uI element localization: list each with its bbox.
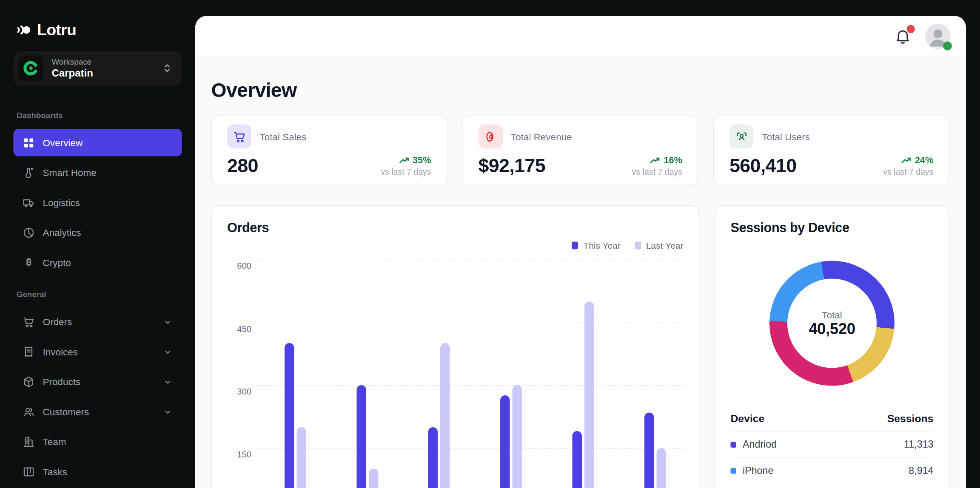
gridline-150 [256,448,684,449]
sidebar-item-crypto[interactable]: Crypto [14,249,182,276]
nav-list-general: OrdersInvoicesProductsCustomersTeamTasks [14,308,182,485]
orders-chart-card: Orders This Year Last Year 600450300150 [211,205,700,488]
bar-this-year-4 [500,396,510,488]
stat-compare: vs last 7 days [381,167,431,177]
stats-row: Total Sales 280 35% vs last 7 days [211,115,950,186]
notifications-button[interactable] [895,28,911,45]
sidebar-item-overview[interactable]: Overview [14,129,182,156]
chevron-down-icon [163,317,173,327]
stat-card-total-revenue: Total Revenue $92,175 16% vs last 7 days [462,115,698,186]
sidebar-item-label: Overview [43,137,83,148]
bar-last-year-2 [369,469,379,488]
sidebar-item-label: Analytics [43,227,81,238]
brand-name: Lotru [37,20,76,39]
sessions-column-header: Sessions [887,413,934,425]
gridline-300 [256,385,684,386]
sidebar-item-smart-home[interactable]: Smart Home [14,159,182,187]
section-label-general: General [17,290,182,299]
topbar [195,16,966,58]
chevron-up-down-icon [162,62,172,74]
sessions-title: Sessions by Device [731,220,934,235]
series-marker [731,442,737,448]
brand: Lotru [14,20,182,39]
sessions-by-device-card: Sessions by Device Total 40,520 Device S… [715,205,949,488]
sidebar-item-label: Crypto [43,257,71,268]
orders-plot: 600450300150 [227,247,684,488]
sidebar-item-products[interactable]: Products [14,368,182,396]
donut-center: Total 40,520 [787,279,877,368]
sidebar-item-label: Invoices [43,346,78,357]
sidebar-item-analytics[interactable]: Analytics [14,219,182,247]
donut-total-value: 40,520 [809,320,855,338]
nav-list-dashboards: OverviewSmart HomeLogisticsAnalyticsCryp… [14,129,182,276]
sidebar-item-label: Tasks [43,466,68,477]
stat-label: Total Users [762,131,810,142]
stat-compare: vs last 7 days [883,167,933,177]
grid-icon [23,136,35,149]
truck-icon [23,196,35,209]
thermometer-icon [23,166,35,179]
series-marker [731,468,737,474]
chevron-down-icon [163,377,173,387]
bar-last-year-6 [656,448,666,488]
sidebar-item-orders[interactable]: Orders [14,308,182,336]
notification-badge [907,25,915,34]
device-column-header: Device [731,413,765,425]
y-tick-label: 600 [227,261,251,271]
stat-card-total-sales: Total Sales 280 35% vs last 7 days [211,115,447,186]
users-icon [23,405,35,418]
users-group-icon [729,125,754,149]
sidebar-item-label: Team [43,436,66,447]
stat-delta: 16% [664,155,682,165]
bar-last-year-3 [441,343,450,488]
bar-this-year-1 [285,343,294,488]
sessions-donut-chart: Total 40,520 [769,261,895,386]
bar-last-year-4 [513,385,522,488]
y-tick-label: 150 [227,450,251,460]
bar-last-year-5 [584,301,594,488]
device-name: iPhone [743,465,773,477]
bitcoin-icon [23,256,35,269]
cart-icon [23,315,35,328]
workspace-text: Workspace Carpatin [52,57,162,79]
main-panel: Overview Total Sales 280 35% vs last [195,16,966,488]
stat-value: 560,410 [729,155,796,177]
trend-up-icon [650,155,661,165]
sidebar: Lotru Workspace Carpatin DashboardsOverv… [0,0,195,488]
stat-card-total-users: Total Users 560,410 24% vs last 7 days [714,115,950,186]
user-avatar[interactable] [925,24,951,49]
bar-this-year-3 [428,427,438,488]
sidebar-item-label: Customers [43,406,89,417]
section-label-dashboards: Dashboards [17,111,182,120]
package-icon [23,375,35,388]
sidebar-item-team[interactable]: Team [14,428,182,456]
device-sessions-table: Device Sessions Andriod11,313iPhone8,914 [731,413,934,484]
stat-delta: 35% [413,155,431,165]
stat-label: Total Sales [260,131,307,142]
bar-this-year-6 [644,412,654,488]
page-title: Overview [211,79,950,102]
workspace-selector[interactable]: Workspace Carpatin [14,51,182,85]
trend-up-icon [901,155,912,165]
dashboard-app: Lotru Workspace Carpatin DashboardsOverv… [0,0,980,488]
lotru-logo-icon [16,22,31,37]
sidebar-item-customers[interactable]: Customers [14,398,182,426]
bar-this-year-2 [356,385,366,488]
workspace-name: Carpatin [52,68,162,79]
gridline-600 [256,260,684,261]
device-row-iphone: iPhone8,914 [731,457,934,484]
receipt-icon [23,345,35,358]
sidebar-item-invoices[interactable]: Invoices [14,338,182,366]
sidebar-item-tasks[interactable]: Tasks [14,458,182,485]
device-row-andriod: Andriod11,313 [731,431,934,457]
online-status-dot [943,42,952,51]
coin-icon [479,125,503,149]
charts-row: Orders This Year Last Year 600450300150 [211,205,950,488]
stat-label: Total Revenue [511,131,572,142]
kanban-icon [23,465,35,478]
orders-title: Orders [227,220,684,235]
cart-icon [227,125,251,149]
bar-this-year-5 [572,431,582,488]
sidebar-item-logistics[interactable]: Logistics [14,189,182,216]
building-icon [23,435,35,448]
